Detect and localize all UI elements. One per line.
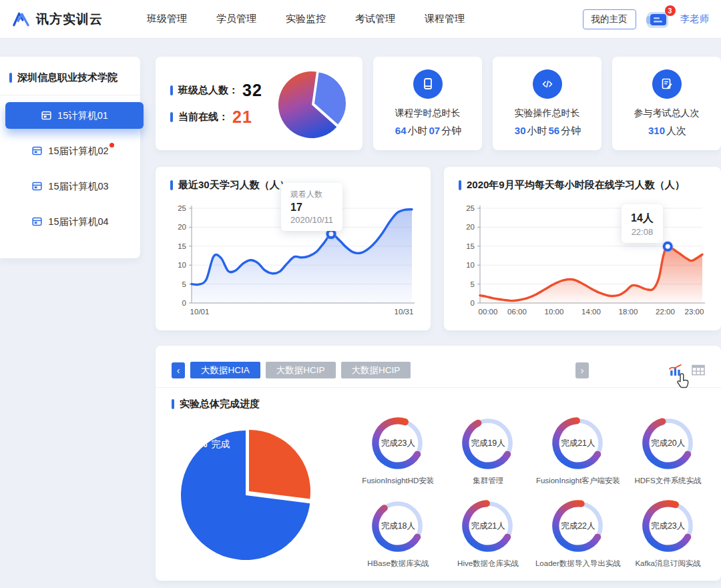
nav-item-2[interactable]: 实验监控: [286, 13, 326, 25]
main-nav: 班级管理学员管理实验监控考试管理课程管理: [147, 13, 465, 25]
top-nav-bar: 讯方实训云 班级管理学员管理实验监控考试管理课程管理 我的主页 3 李老师: [0, 0, 721, 38]
donut-center-value: 完成18人: [370, 498, 426, 554]
svg-text:5: 5: [182, 280, 186, 288]
experiment-donut-6[interactable]: 完成22人Loader数据导入导出实战: [533, 498, 624, 569]
svg-text:15: 15: [466, 242, 475, 250]
svg-text:10: 10: [466, 261, 475, 269]
experiment-donut-0[interactable]: 完成23人FusionInsightHD安装: [353, 415, 443, 486]
donut-center-value: 完成20人: [640, 415, 696, 471]
svg-text:0: 0: [182, 299, 186, 307]
progress-section-title: 实验总体完成进度: [172, 398, 260, 410]
nav-item-3[interactable]: 考试管理: [355, 13, 395, 25]
nav-item-4[interactable]: 课程管理: [425, 13, 465, 25]
exam-icon: [659, 76, 675, 92]
nav-item-0[interactable]: 班级管理: [147, 13, 187, 25]
donut-label: FusionInsight客户端安装: [536, 476, 620, 486]
study-30d-chart-card: 最近30天学习人数（人） 051015202510/0110/31 观看人数 1…: [156, 167, 431, 330]
tab-course-1[interactable]: 大数据HCIP: [266, 362, 336, 378]
sidebar-item-class-2[interactable]: 15届计算机03: [0, 173, 140, 200]
notification-badge[interactable]: 3: [665, 5, 676, 16]
divider: [156, 387, 721, 388]
metric-icon-circle: [413, 69, 443, 99]
class-stats-card: 班级总人数： 32 当前在线： 21: [156, 57, 363, 150]
online-students-value: 21: [232, 107, 252, 127]
metric-title: 实验操作总时长: [515, 107, 580, 119]
overall-progress-label: 73 % 完成: [178, 431, 230, 452]
table-view-icon[interactable]: [692, 364, 705, 376]
svg-text:06:00: 06:00: [507, 308, 527, 316]
my-home-button[interactable]: 我的主页: [583, 9, 636, 29]
sidebar-item-label: 15届计算机04: [48, 216, 108, 228]
metric-title: 课程学时总时长: [395, 107, 461, 119]
svg-text:20: 20: [178, 223, 186, 231]
book-icon: [420, 76, 436, 92]
metric-value: 310人次: [647, 125, 686, 137]
metric-value: 64小时07分钟: [394, 125, 461, 137]
hourly-online-area-chart[interactable]: 051015202500:0006:0010:0014:0018:0022:00…: [459, 202, 706, 322]
nav-item-1[interactable]: 学员管理: [216, 13, 256, 25]
tabs-prev-button[interactable]: ‹: [172, 362, 185, 378]
school-name: 深圳信息职业技术学院: [0, 57, 140, 95]
donut-label: HDFS文件系统实战: [634, 476, 701, 486]
metric-icon-circle: [533, 69, 562, 99]
tab-course-0[interactable]: 大数据HCIA: [190, 362, 260, 378]
hourly-online-title: 2020年9月平均每天每小时段在线学习人数（人）: [459, 179, 706, 192]
sidebar-item-label: 15届计算机03: [48, 180, 108, 193]
experiment-donut-7[interactable]: 完成23人Kafka消息订阅实战: [623, 498, 713, 569]
svg-text:10/01: 10/01: [190, 308, 210, 316]
hourly-online-tooltip: 14人 22:08: [622, 204, 663, 243]
experiment-donut-5[interactable]: 完成21人Hive数据仓库实战: [443, 498, 533, 569]
avatar[interactable]: 3: [646, 9, 671, 29]
donut-label: Hive数据仓库实战: [457, 559, 519, 569]
online-students-label: 当前在线：: [178, 111, 228, 123]
svg-text:25: 25: [466, 204, 475, 212]
donut-center-value: 完成23人: [640, 498, 696, 554]
sidebar-item-class-0[interactable]: 15计算机01: [5, 102, 144, 129]
title-bar-accent: [170, 112, 173, 122]
title-bar-accent: [172, 399, 174, 409]
class-sidebar: 深圳信息职业技术学院 15计算机0115届计算机0215届计算机0315届计算机…: [0, 57, 140, 258]
svg-text:0: 0: [471, 299, 475, 307]
svg-text:00:00: 00:00: [479, 308, 498, 316]
class-icon: [31, 145, 43, 156]
donut-label: 集群管理: [473, 476, 503, 486]
svg-text:10: 10: [178, 261, 186, 269]
app-logo: 讯方实训云: [12, 11, 103, 28]
app-title: 讯方实训云: [36, 11, 103, 28]
class-icon: [41, 110, 52, 121]
metric-card-0: 课程学时总时长64小时07分钟: [373, 57, 482, 150]
class-online-pie-chart[interactable]: [276, 65, 350, 142]
donut-center-value: 完成21人: [460, 498, 516, 554]
experiment-donut-3[interactable]: 完成20人HDFS文件系统实战: [623, 415, 713, 486]
donut-label: Kafka消息订阅实战: [635, 559, 700, 569]
class-icon: [31, 181, 43, 192]
experiment-donut-2[interactable]: 完成21人FusionInsight客户端安装: [533, 415, 624, 486]
divider: [0, 95, 140, 95]
sidebar-item-class-3[interactable]: 15届计算机04: [0, 208, 140, 235]
title-bar-accent: [459, 180, 461, 190]
sidebar-item-label: 15届计算机02: [48, 145, 108, 158]
experiment-donut-grid: 完成23人FusionInsightHD安装完成19人集群管理完成21人Fusi…: [353, 415, 713, 569]
tab-course-2[interactable]: 大数据HCIP: [341, 362, 411, 378]
donut-center-value: 完成21人: [550, 415, 606, 471]
course-tabs: ‹ 大数据HCIA大数据HCIP大数据HCIP ›: [172, 362, 705, 378]
user-name[interactable]: 李老师: [680, 13, 710, 25]
experiment-donut-4[interactable]: 完成18人HBase数据库实战: [353, 498, 443, 569]
study-30d-tooltip: 观看人数 17 2020/10/11: [281, 183, 342, 231]
svg-text:18:00: 18:00: [619, 308, 638, 316]
metric-value: 30小时56分钟: [513, 125, 581, 137]
title-bar-accent: [170, 85, 173, 95]
experiment-donut-1[interactable]: 完成19人集群管理: [443, 415, 533, 486]
svg-text:23:00: 23:00: [685, 308, 704, 316]
metric-icon-circle: [652, 69, 682, 99]
donut-label: FusionInsightHD安装: [362, 476, 434, 486]
svg-text:15: 15: [178, 242, 186, 250]
sidebar-item-class-1[interactable]: 15届计算机02: [0, 137, 140, 164]
total-students-value: 32: [242, 81, 262, 100]
svg-text:10:00: 10:00: [545, 308, 564, 316]
title-bar-accent: [9, 73, 12, 83]
donut-center-value: 完成23人: [370, 415, 426, 471]
tabs-next-button[interactable]: ›: [575, 362, 589, 378]
svg-text:10/31: 10/31: [395, 308, 414, 316]
svg-text:22:00: 22:00: [656, 308, 675, 316]
